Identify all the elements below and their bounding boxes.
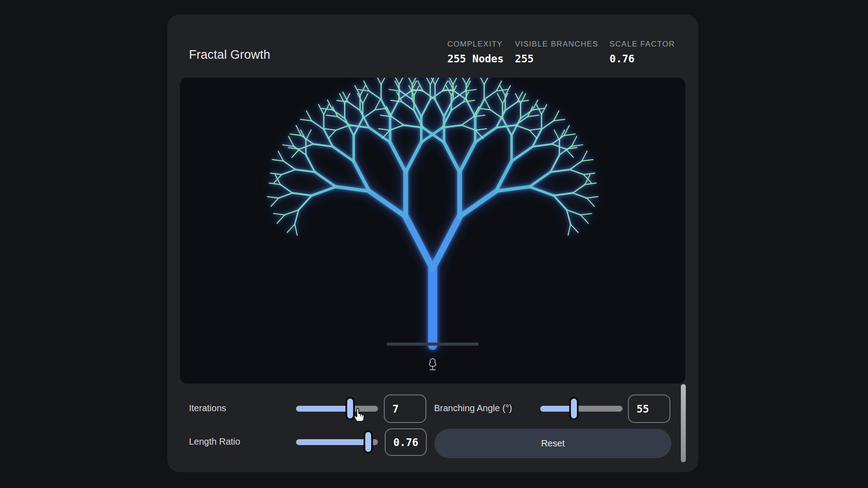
iterations-slider-thumb[interactable] [347, 399, 353, 418]
iterations-value-field[interactable]: 7 [384, 394, 426, 423]
stat-complexity-value: 255 Nodes [447, 53, 504, 65]
length-ratio-label: Length Ratio [189, 436, 240, 447]
branching-angle-slider-track[interactable] [540, 406, 623, 412]
tree-icon [429, 359, 436, 370]
fractal-growth-panel: Fractal Growth COMPLEXITY 255 Nodes VISI… [167, 14, 698, 472]
branching-angle-slider[interactable] [540, 399, 623, 418]
reset-button[interactable]: Reset [434, 429, 671, 458]
iterations-slider-track[interactable] [296, 406, 378, 412]
stat-scale-factor-label: SCALE FACTOR [609, 40, 675, 49]
panel-scrollbar[interactable] [681, 384, 686, 462]
branching-angle-label: Branching Angle (°) [434, 403, 512, 413]
page-title: Fractal Growth [189, 48, 270, 62]
length-ratio-value-field[interactable]: 0.76 [385, 428, 427, 456]
branching-angle-slider-thumb[interactable] [571, 399, 577, 418]
stat-visible-branches: VISIBLE BRANCHES 255 [515, 40, 598, 65]
fractal-tree-svg [180, 78, 685, 384]
branching-angle-value-field[interactable]: 55 [628, 394, 670, 423]
branching-angle-slider-fill [540, 406, 574, 412]
fractal-tree [267, 78, 598, 345]
ground-line [387, 343, 479, 346]
iterations-slider[interactable] [296, 399, 378, 418]
stat-complexity-label: COMPLEXITY [447, 40, 504, 49]
stat-visible-branches-value: 255 [515, 53, 598, 65]
stat-visible-branches-label: VISIBLE BRANCHES [515, 40, 598, 49]
stat-complexity: COMPLEXITY 255 Nodes [447, 40, 504, 65]
iterations-label: Iterations [189, 403, 226, 413]
stat-scale-factor-value: 0.76 [609, 53, 675, 65]
iterations-slider-fill [296, 406, 350, 412]
fractal-canvas [180, 78, 685, 384]
stat-scale-factor: SCALE FACTOR 0.76 [609, 40, 675, 65]
length-ratio-slider[interactable] [296, 432, 378, 452]
length-ratio-slider-thumb[interactable] [365, 432, 371, 452]
stats-bar: COMPLEXITY 255 Nodes VISIBLE BRANCHES 25… [447, 40, 675, 65]
length-ratio-slider-fill [296, 439, 368, 445]
